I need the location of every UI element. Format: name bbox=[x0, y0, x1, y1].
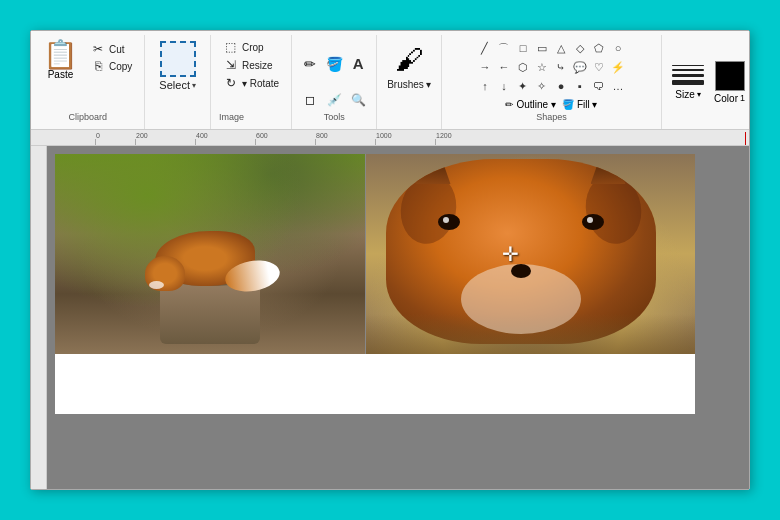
more-shape[interactable]: … bbox=[609, 77, 627, 95]
rect2-shape[interactable]: ▪ bbox=[571, 77, 589, 95]
rotate-button[interactable]: ↻ ▾ Rotate bbox=[219, 75, 283, 91]
brushes-icon[interactable]: 🖌 bbox=[389, 39, 429, 79]
size-line-3 bbox=[672, 74, 704, 77]
resize-icon: ⇲ bbox=[223, 58, 239, 72]
outline-control[interactable]: ✏ Outline ▾ bbox=[505, 99, 555, 110]
star6-shape[interactable]: ✦ bbox=[514, 77, 532, 95]
image-section: ⬚ Crop ⇲ Resize ↻ ▾ Rotate Image bbox=[211, 35, 292, 129]
select-section: Select ▾ s bbox=[145, 35, 211, 129]
ellipse-shape[interactable]: ○ bbox=[609, 39, 627, 57]
left-ruler bbox=[31, 146, 47, 489]
color-control[interactable]: Color 1 bbox=[714, 61, 745, 104]
brushes-dropdown-arrow: ▾ bbox=[426, 79, 431, 90]
arrow-right-shape[interactable]: → bbox=[476, 58, 494, 76]
ruler-mark-600: 600 bbox=[255, 132, 315, 145]
ruler-mark-200: 200 bbox=[135, 132, 195, 145]
fill-label: Fill ▾ bbox=[577, 99, 598, 110]
ruler-mark-400: 400 bbox=[195, 132, 255, 145]
shapes-controls: ✏ Outline ▾ 🪣 Fill ▾ bbox=[505, 99, 597, 110]
ruler-inner: 0 200 400 600 800 bbox=[95, 130, 495, 145]
fox-snout bbox=[149, 281, 164, 289]
brushes-text: Brushes bbox=[387, 79, 424, 90]
triangle-shape[interactable]: △ bbox=[552, 39, 570, 57]
paste-icon: 📋 bbox=[43, 41, 78, 69]
callout-shape[interactable]: 💬 bbox=[571, 58, 589, 76]
ribbon: 📋 Paste ✂ Cut ⎘ Copy Clipboard bbox=[31, 31, 749, 130]
canvas-main[interactable]: ✛ bbox=[47, 146, 749, 489]
canvas-area: 0 200 400 600 800 bbox=[31, 130, 749, 489]
fox-head bbox=[145, 256, 185, 291]
paint-canvas[interactable]: ✛ bbox=[55, 154, 695, 414]
crop-button[interactable]: ⬚ Crop bbox=[219, 39, 283, 55]
arrow-down-shape[interactable]: ↓ bbox=[495, 77, 513, 95]
clipboard-buttons: 📋 Paste ✂ Cut ⎘ Copy bbox=[39, 39, 136, 110]
lightning-shape[interactable]: ⚡ bbox=[609, 58, 627, 76]
size-dropdown[interactable]: ▾ bbox=[697, 90, 701, 99]
color-preview bbox=[715, 61, 745, 91]
rotate-icon: ↻ bbox=[223, 76, 239, 90]
clipboard-section: 📋 Paste ✂ Cut ⎘ Copy Clipboard bbox=[31, 35, 145, 129]
line-shape[interactable]: ╱ bbox=[476, 39, 494, 57]
eraser-tool[interactable]: ◻ bbox=[300, 90, 320, 110]
magnify-tool[interactable]: 🔍 bbox=[348, 90, 368, 110]
curve-shape[interactable]: ⌒ bbox=[495, 39, 513, 57]
eye-reflection-right bbox=[587, 217, 593, 223]
cut-button[interactable]: ✂ Cut bbox=[86, 41, 136, 57]
brushes-section: 🖌 Brushes ▾ bbox=[377, 35, 442, 129]
color-number: 1 bbox=[740, 93, 745, 103]
clipboard-label: Clipboard bbox=[68, 110, 107, 125]
paste-button[interactable]: 📋 Paste bbox=[39, 39, 82, 110]
size-control[interactable]: Size ▾ bbox=[666, 63, 710, 102]
diamond-shape[interactable]: ◇ bbox=[571, 39, 589, 57]
paint-window: 📋 Paste ✂ Cut ⎘ Copy Clipboard bbox=[30, 30, 750, 490]
crop-icon: ⬚ bbox=[223, 40, 239, 54]
star4-shape[interactable]: ✧ bbox=[533, 77, 551, 95]
outline-label: Outline ▾ bbox=[516, 99, 555, 110]
ruler-mark-1200: 1200 bbox=[435, 132, 495, 145]
copy-button[interactable]: ⎘ Copy bbox=[86, 58, 136, 74]
size-line-4 bbox=[672, 80, 704, 85]
size-label-row: Size ▾ bbox=[675, 89, 700, 100]
tools-icons: ✏ 🪣 A bbox=[300, 39, 368, 88]
brushes-label[interactable]: Brushes ▾ bbox=[387, 79, 431, 90]
tools-section: ✏ 🪣 A ◻ 💉 🔍 Tools bbox=[292, 35, 377, 129]
outline-icon: ✏ bbox=[505, 99, 513, 110]
star5-shape[interactable]: ☆ bbox=[533, 58, 551, 76]
size-line-2 bbox=[672, 69, 704, 71]
cut-icon: ✂ bbox=[90, 42, 106, 56]
resize-button[interactable]: ⇲ Resize bbox=[219, 57, 283, 73]
crop-label: Crop bbox=[242, 42, 264, 53]
picker-tool[interactable]: 💉 bbox=[324, 90, 344, 110]
ruler-indicator bbox=[745, 132, 746, 145]
fill-tool[interactable]: 🪣 bbox=[324, 54, 344, 74]
paste-label: Paste bbox=[48, 69, 74, 80]
fox-images: ✛ bbox=[55, 154, 695, 354]
shapes-label: Shapes bbox=[536, 110, 567, 125]
pentagon-shape[interactable]: ⬠ bbox=[590, 39, 608, 57]
select-button[interactable]: Select ▾ bbox=[153, 39, 202, 93]
rect-shape[interactable]: □ bbox=[514, 39, 532, 57]
color-label-row: Color 1 bbox=[714, 93, 745, 104]
select-label: Select bbox=[159, 79, 190, 91]
fill-control[interactable]: 🪣 Fill ▾ bbox=[562, 99, 598, 110]
ruler: 0 200 400 600 800 bbox=[31, 130, 749, 146]
canvas-bottom bbox=[55, 354, 695, 414]
arrow-left-shape[interactable]: ← bbox=[495, 58, 513, 76]
ruler-mark-0: 0 bbox=[95, 132, 135, 145]
rect-round-shape[interactable]: ▭ bbox=[533, 39, 551, 57]
fox-nose bbox=[511, 264, 531, 278]
fox-right-image: ✛ bbox=[366, 154, 695, 354]
text-tool[interactable]: A bbox=[348, 54, 368, 74]
circle-shape[interactable]: ● bbox=[552, 77, 570, 95]
hexagon-shape[interactable]: ⬡ bbox=[514, 58, 532, 76]
pencil-tool[interactable]: ✏ bbox=[300, 54, 320, 74]
shapes-grid: ╱ ⌒ □ ▭ △ ◇ ⬠ ○ → ← ⬡ ☆ ⤷ 💬 ♡ ⚡ ↑ ↓ ✦ bbox=[476, 39, 627, 95]
heart-shape[interactable]: ♡ bbox=[590, 58, 608, 76]
speech-shape[interactable]: 🗨 bbox=[590, 77, 608, 95]
color-label: Color bbox=[714, 93, 738, 104]
canvas-content: ✛ bbox=[31, 146, 749, 489]
arrow-shape2[interactable]: ⤷ bbox=[552, 58, 570, 76]
shapes-section: ╱ ⌒ □ ▭ △ ◇ ⬠ ○ → ← ⬡ ☆ ⤷ 💬 ♡ ⚡ ↑ ↓ ✦ bbox=[442, 35, 662, 129]
arrow-up-shape[interactable]: ↑ bbox=[476, 77, 494, 95]
fox-body-curled bbox=[155, 231, 255, 286]
